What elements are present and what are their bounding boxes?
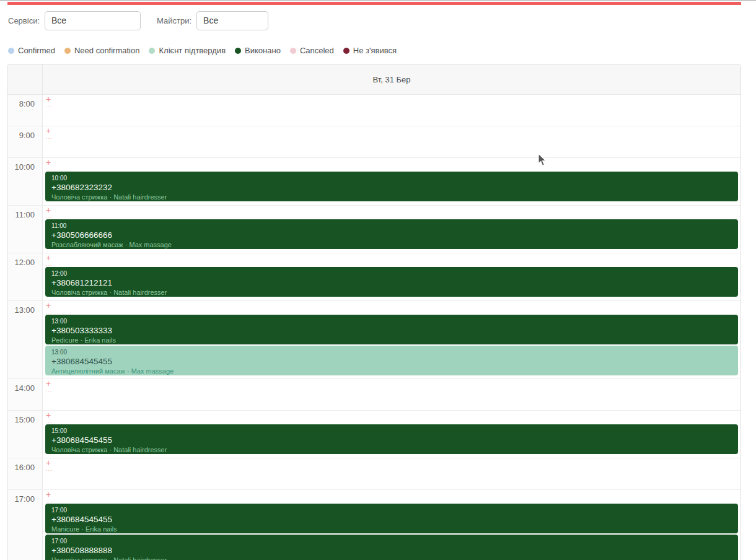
time-label: 14:00 — [7, 379, 43, 410]
status-dot-icon — [290, 48, 296, 54]
time-label: 12:00 — [7, 253, 43, 300]
appointment-service-master: Чоловіча стрижка · Natali hairdresser — [51, 445, 732, 454]
time-label: 13:00 — [7, 301, 43, 378]
appointment-card[interactable]: 17:00+380508888888Чоловіча стрижка · Nat… — [45, 535, 738, 560]
masters-filter-label: Майстри: — [157, 16, 191, 25]
appointment-time: 11:00 — [51, 222, 732, 230]
time-label: 10:00 — [7, 158, 43, 205]
services-filter-label: Сервіси: — [8, 16, 40, 25]
calendar-table: Вт, 31 Бер 8:00+...9:00+...10:00+...10:0… — [7, 64, 741, 560]
day-cell[interactable]: +... — [43, 126, 741, 157]
appointment-service-master: Чоловіча стрижка · Natali hairdresser — [51, 288, 732, 297]
services-filter-input[interactable] — [45, 11, 141, 30]
appointment-time: 12:00 — [51, 269, 732, 278]
progress-bar — [7, 2, 741, 5]
legend-item: Виконано — [235, 46, 281, 55]
cell-actions: +... — [46, 459, 53, 471]
appointment-card[interactable]: 11:00+380506666666Розслабляючий масаж · … — [45, 219, 738, 249]
appointment-phone: +380503333333 — [51, 325, 732, 336]
status-dot-icon — [64, 48, 71, 54]
day-cell[interactable]: +...15:00+380684545455Чоловіча стрижка ·… — [43, 411, 741, 458]
more-options-icon[interactable]: ... — [46, 135, 53, 139]
day-cell[interactable]: +...12:00+380681212121Чоловіча стрижка ·… — [43, 253, 741, 300]
legend: ConfirmedNeed confirmationКлієнт підтвер… — [8, 46, 406, 55]
cell-actions: +... — [46, 411, 53, 424]
appointment-service-master: Pedicure · Erika nails — [51, 336, 732, 344]
day-cell[interactable]: +...13:00+380503333333Pedicure · Erika n… — [43, 301, 741, 378]
legend-item: Need confirmation — [64, 46, 140, 55]
appointment-phone: +380681212121 — [51, 278, 732, 288]
more-options-icon[interactable]: ... — [46, 103, 53, 108]
day-cell[interactable]: +...10:00+380682323232Чоловіча стрижка ·… — [43, 158, 741, 205]
legend-item: Confirmed — [8, 46, 55, 55]
masters-filter-input[interactable] — [196, 11, 268, 30]
time-label: 8:00 — [7, 95, 43, 126]
calendar-row: 14:00+... — [7, 379, 741, 411]
appointment-card[interactable]: 15:00+380684545455Чоловіча стрижка · Nat… — [45, 424, 738, 454]
appointment-phone: +380684545455 — [51, 435, 732, 445]
cell-actions: +... — [46, 302, 53, 314]
status-dot-icon — [8, 48, 14, 54]
time-label: 15:00 — [7, 411, 43, 458]
more-options-icon[interactable]: ... — [46, 419, 53, 424]
time-label: 11:00 — [7, 206, 43, 253]
appointment-card[interactable]: 13:00+380503333333Pedicure · Erika nails — [45, 315, 738, 344]
appointment-time: 17:00 — [51, 537, 732, 545]
appointment-phone: +380508888888 — [51, 545, 732, 556]
time-label: 9:00 — [7, 126, 43, 157]
calendar-row: 11:00+...11:00+380506666666Розслабляючий… — [7, 206, 741, 253]
top-border-line — [0, 0, 756, 1]
time-label: 16:00 — [7, 458, 43, 489]
cell-actions: +... — [46, 127, 53, 139]
appointment-time: 13:00 — [51, 317, 732, 325]
calendar-row: 10:00+...10:00+380682323232Чоловіча стри… — [7, 158, 741, 206]
calendar-row: 16:00+... — [7, 458, 741, 490]
day-cell[interactable]: +...17:00+380684545455Manicure · Erika n… — [43, 490, 741, 560]
more-options-icon[interactable]: ... — [46, 388, 53, 392]
appointment-card[interactable]: 17:00+380684545455Manicure · Erika nails — [45, 504, 738, 533]
appointment-phone: +380682323232 — [51, 182, 732, 193]
cell-actions: +... — [46, 491, 53, 503]
appointment-phone: +380684545455 — [51, 356, 732, 367]
legend-label: Клієнт підтвердив — [159, 46, 226, 55]
status-dot-icon — [235, 48, 241, 54]
legend-label: Need confirmation — [74, 46, 140, 55]
cell-actions: +... — [46, 159, 53, 171]
filters-bar: Сервіси: Майстри: — [8, 11, 268, 30]
calendar-row: 13:00+...13:00+380503333333Pedicure · Er… — [7, 301, 741, 379]
cell-actions: +... — [46, 254, 53, 266]
calendar-body: 8:00+...9:00+...10:00+...10:00+380682323… — [7, 95, 741, 560]
legend-item: Клієнт підтвердив — [149, 46, 226, 55]
appointment-time: 10:00 — [51, 174, 732, 182]
appointment-time: 13:00 — [51, 348, 732, 356]
appointment-time: 15:00 — [51, 427, 732, 435]
more-options-icon[interactable]: ... — [46, 499, 53, 503]
appointment-time: 17:00 — [51, 506, 732, 514]
appointment-service-master: Manicure · Erika nails — [51, 525, 732, 533]
appointment-phone: +380506666666 — [51, 230, 732, 240]
more-options-icon[interactable]: ... — [46, 214, 53, 219]
day-column-header: Вт, 31 Бер — [43, 64, 741, 94]
cell-actions: +... — [46, 95, 53, 108]
appointment-service-master: Чоловіча стрижка · Natali hairdresser — [51, 193, 732, 201]
day-cell[interactable]: +... — [43, 95, 741, 126]
appointment-service-master: Розслабляючий масаж · Max massage — [51, 240, 732, 249]
legend-label: Виконано — [245, 46, 281, 55]
more-options-icon[interactable]: ... — [46, 167, 53, 171]
appointment-card[interactable]: 12:00+380681212121Чоловіча стрижка · Nat… — [45, 267, 738, 297]
appointment-card[interactable]: 10:00+380682323232Чоловіча стрижка · Nat… — [45, 172, 738, 201]
day-cell[interactable]: +...11:00+380506666666Розслабляючий маса… — [43, 206, 741, 253]
cell-actions: +... — [46, 380, 53, 392]
status-dot-icon — [149, 48, 155, 54]
day-cell[interactable]: +... — [43, 458, 741, 489]
time-column-header — [7, 64, 43, 94]
calendar-row: 9:00+... — [7, 126, 741, 158]
time-label: 17:00 — [7, 490, 43, 560]
legend-item: Canceled — [290, 46, 334, 55]
more-options-icon[interactable]: ... — [46, 467, 53, 471]
more-options-icon[interactable]: ... — [46, 310, 53, 314]
appointment-card[interactable]: 13:00+380684545455Антицелюлітний масаж ·… — [45, 346, 738, 375]
more-options-icon[interactable]: ... — [46, 262, 53, 266]
appointment-phone: +380684545455 — [51, 514, 732, 525]
day-cell[interactable]: +... — [43, 379, 741, 410]
